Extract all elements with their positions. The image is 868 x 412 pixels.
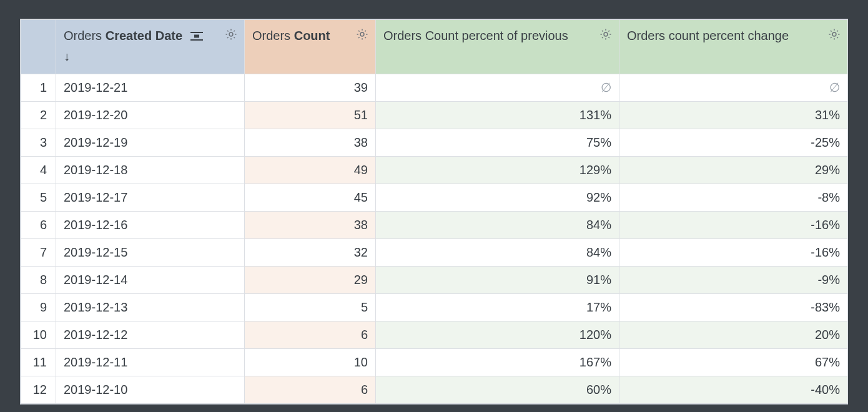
svg-point-5 [604, 32, 608, 36]
cell-count[interactable]: 10 [245, 349, 376, 376]
row-number-cell[interactable]: 2 [21, 102, 56, 129]
cell-count[interactable]: 38 [245, 212, 376, 239]
cell-count[interactable]: 45 [245, 184, 376, 212]
row-number-cell[interactable]: 4 [21, 157, 56, 184]
cell-percent-of-previous[interactable]: 120% [376, 321, 619, 349]
table-row: 102019-12-126120%20% [21, 321, 848, 349]
cell-percent-of-previous[interactable]: 91% [376, 267, 619, 294]
cell-created-date[interactable]: 2019-12-11 [56, 349, 245, 376]
table-row: 52019-12-174592%-8% [21, 184, 848, 212]
data-table-frame: Orders Created Date ↓ [20, 19, 848, 405]
cell-count[interactable]: 29 [245, 267, 376, 294]
row-number-cell[interactable]: 6 [21, 212, 56, 239]
header-label: Orders count percent change [627, 29, 807, 42]
cell-percent-change[interactable]: 67% [619, 349, 848, 376]
cell-created-date[interactable]: 2019-12-20 [56, 102, 245, 129]
svg-rect-2 [194, 35, 199, 38]
header-group-label: Orders [64, 29, 102, 42]
table-row: 122019-12-10660%-40% [21, 376, 848, 404]
data-table: Orders Created Date ↓ [21, 19, 848, 404]
svg-point-3 [229, 32, 233, 36]
cell-created-date[interactable]: 2019-12-10 [56, 376, 245, 404]
table-row: 112019-12-1110167%67% [21, 349, 848, 376]
table-header-row: Orders Created Date ↓ [21, 20, 848, 74]
sort-desc-icon: ↓ [64, 48, 237, 65]
gear-icon[interactable] [599, 27, 613, 41]
cell-percent-change[interactable]: -25% [619, 129, 848, 157]
svg-point-6 [832, 32, 836, 36]
cell-count[interactable]: 5 [245, 294, 376, 321]
null-value-icon: ∅ [601, 81, 611, 94]
row-number-cell[interactable]: 8 [21, 267, 56, 294]
row-number-cell[interactable]: 7 [21, 239, 56, 267]
row-number-header [21, 20, 56, 74]
cell-percent-change[interactable]: -16% [619, 212, 848, 239]
cell-count[interactable]: 6 [245, 321, 376, 349]
cell-percent-of-previous[interactable]: 60% [376, 376, 619, 404]
row-number-cell[interactable]: 1 [21, 74, 56, 102]
cell-created-date[interactable]: 2019-12-19 [56, 129, 245, 157]
cell-created-date[interactable]: 2019-12-16 [56, 212, 245, 239]
cell-percent-of-previous[interactable]: 17% [376, 294, 619, 321]
cell-count[interactable]: 39 [245, 74, 376, 102]
table-row: 32019-12-193875%-25% [21, 129, 848, 157]
cell-percent-change[interactable]: 31% [619, 102, 848, 129]
row-number-cell[interactable]: 5 [21, 184, 56, 212]
cell-created-date[interactable]: 2019-12-17 [56, 184, 245, 212]
table-row: 82019-12-142991%-9% [21, 267, 848, 294]
header-group-label: Orders [252, 29, 290, 42]
header-field-label: Count [294, 29, 330, 42]
pivot-icon [190, 31, 204, 41]
cell-percent-of-previous[interactable]: 84% [376, 239, 619, 267]
cell-count[interactable]: 6 [245, 376, 376, 404]
cell-count[interactable]: 38 [245, 129, 376, 157]
cell-percent-of-previous[interactable]: 131% [376, 102, 619, 129]
column-header-created-date[interactable]: Orders Created Date ↓ [56, 20, 245, 74]
cell-percent-change[interactable]: -8% [619, 184, 848, 212]
cell-created-date[interactable]: 2019-12-21 [56, 74, 245, 102]
cell-created-date[interactable]: 2019-12-18 [56, 157, 245, 184]
table-row: 72019-12-153284%-16% [21, 239, 848, 267]
cell-count[interactable]: 51 [245, 102, 376, 129]
cell-percent-of-previous[interactable]: 92% [376, 184, 619, 212]
cell-percent-change[interactable]: -40% [619, 376, 848, 404]
table-row: 92019-12-13517%-83% [21, 294, 848, 321]
cell-percent-change[interactable]: -9% [619, 267, 848, 294]
row-number-cell[interactable]: 9 [21, 294, 56, 321]
header-field-label: Created Date [106, 29, 182, 42]
table-row: 22019-12-2051131%31% [21, 102, 848, 129]
cell-percent-of-previous[interactable]: 84% [376, 212, 619, 239]
table-row: 12019-12-2139∅∅ [21, 74, 848, 102]
column-header-count[interactable]: Orders Count [245, 20, 376, 74]
null-value-icon: ∅ [829, 81, 840, 94]
header-label: Orders Count percent of previous [383, 29, 587, 42]
table-row: 62019-12-163884%-16% [21, 212, 848, 239]
column-header-percent-of-previous[interactable]: Orders Count percent of previous [376, 20, 619, 74]
table-row: 42019-12-1849129%29% [21, 157, 848, 184]
cell-percent-change[interactable]: 20% [619, 321, 848, 349]
cell-created-date[interactable]: 2019-12-12 [56, 321, 245, 349]
svg-point-4 [360, 32, 364, 36]
cell-created-date[interactable]: 2019-12-14 [56, 267, 245, 294]
cell-created-date[interactable]: 2019-12-15 [56, 239, 245, 267]
column-header-percent-change[interactable]: Orders count percent change [619, 20, 848, 74]
gear-icon[interactable] [224, 27, 238, 41]
cell-count[interactable]: 32 [245, 239, 376, 267]
gear-icon[interactable] [355, 27, 369, 41]
table-body: 12019-12-2139∅∅22019-12-2051131%31%32019… [21, 74, 848, 404]
cell-percent-of-previous[interactable]: 129% [376, 157, 619, 184]
row-number-cell[interactable]: 11 [21, 349, 56, 376]
cell-percent-change[interactable]: -16% [619, 239, 848, 267]
cell-percent-change[interactable]: -83% [619, 294, 848, 321]
cell-created-date[interactable]: 2019-12-13 [56, 294, 245, 321]
cell-percent-of-previous[interactable]: ∅ [376, 74, 619, 102]
cell-percent-of-previous[interactable]: 167% [376, 349, 619, 376]
gear-icon[interactable] [827, 27, 841, 41]
cell-percent-of-previous[interactable]: 75% [376, 129, 619, 157]
cell-percent-change[interactable]: 29% [619, 157, 848, 184]
row-number-cell[interactable]: 12 [21, 376, 56, 404]
cell-count[interactable]: 49 [245, 157, 376, 184]
row-number-cell[interactable]: 3 [21, 129, 56, 157]
cell-percent-change[interactable]: ∅ [619, 74, 848, 102]
row-number-cell[interactable]: 10 [21, 321, 56, 349]
